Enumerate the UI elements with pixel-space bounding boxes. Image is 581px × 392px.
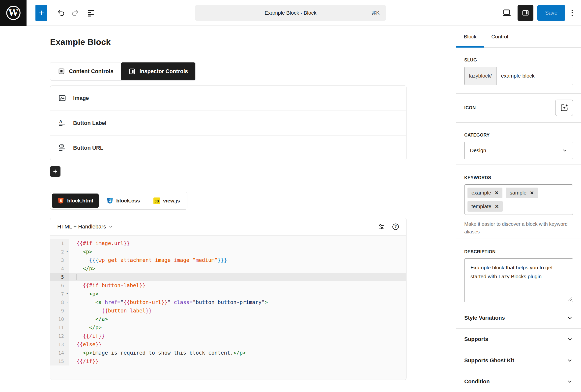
- remove-keyword-icon[interactable]: ✕: [530, 191, 534, 195]
- keywords-help-text: Make it easier to discover a block with …: [464, 220, 568, 236]
- code-editor[interactable]: 1{{#if image.url}}2▾ <p>3 {{{wp_get_atta…: [50, 235, 406, 380]
- settings-sidebar-toggle[interactable]: [518, 5, 534, 21]
- control-row-button-label[interactable]: AButton Label: [50, 110, 406, 135]
- sliders-icon: [378, 223, 385, 230]
- line-number[interactable]: 1: [50, 239, 69, 248]
- code-text[interactable]: {{{wp_get_attachment_image image "medium…: [69, 256, 406, 264]
- line-number[interactable]: 10: [50, 315, 69, 323]
- code-text[interactable]: </p>: [69, 264, 406, 273]
- file-tab-label: block.html: [67, 198, 93, 204]
- line-number[interactable]: 11: [50, 323, 69, 332]
- add-control-button[interactable]: [50, 166, 60, 177]
- line-number[interactable]: 8▾: [50, 298, 69, 307]
- keyword-tag-example: example✕: [468, 188, 502, 198]
- editor-settings-button[interactable]: [378, 223, 385, 230]
- indent-guide: [83, 256, 83, 264]
- line-number[interactable]: 9: [50, 307, 69, 315]
- panel-supports[interactable]: Supports: [456, 328, 581, 350]
- undo-button[interactable]: [56, 9, 67, 17]
- panel-supports-ghost-kit[interactable]: Supports Ghost Kit: [456, 350, 581, 371]
- description-textarea[interactable]: Example block that helps you to get star…: [464, 258, 573, 302]
- image-icon: [58, 94, 67, 103]
- slug-input[interactable]: [496, 67, 573, 85]
- keyword-tag-template: template✕: [468, 201, 503, 212]
- remove-keyword-icon[interactable]: ✕: [494, 191, 498, 195]
- fold-arrow-icon[interactable]: ▾: [66, 290, 68, 298]
- tab-inspector-controls[interactable]: Inspector Controls: [121, 62, 196, 80]
- code-text[interactable]: {{else}}: [69, 340, 406, 349]
- tab-content-controls[interactable]: Content Controls: [50, 62, 121, 80]
- code-line-5: 5: [50, 273, 406, 281]
- line-number[interactable]: 6: [50, 281, 69, 290]
- line-number[interactable]: 7▾: [50, 290, 69, 298]
- code-line-7: 7▾ <p>: [50, 290, 406, 298]
- editor-help-button[interactable]: ?: [392, 223, 399, 230]
- chevron-down-icon: [566, 315, 573, 321]
- kebab-icon: [572, 10, 573, 11]
- line-number[interactable]: 3: [50, 256, 69, 264]
- line-number[interactable]: 12: [50, 332, 69, 340]
- code-text[interactable]: [69, 273, 406, 281]
- code-text[interactable]: <p>: [69, 248, 406, 256]
- text-icon: A: [58, 119, 67, 128]
- code-line-6: 6 {{#if button-label}}: [50, 281, 406, 290]
- block-title[interactable]: Example Block: [50, 37, 406, 47]
- code-text[interactable]: {{/if}}: [69, 332, 406, 340]
- code-text[interactable]: {{button-label}}: [69, 307, 406, 315]
- icon-section: ICON: [456, 93, 581, 122]
- options-menu-button[interactable]: [566, 5, 578, 21]
- description-section: DESCRIPTION Example block that helps you…: [456, 239, 581, 307]
- keywords-input[interactable]: example✕sample✕template✕: [464, 184, 573, 215]
- wordpress-w-icon: W: [6, 5, 21, 20]
- html5-icon: 5: [58, 197, 64, 204]
- line-number[interactable]: 2▾: [50, 248, 69, 256]
- preview-button[interactable]: [500, 8, 513, 17]
- code-text[interactable]: <p>: [69, 290, 406, 298]
- fold-arrow-icon[interactable]: ▾: [66, 298, 68, 307]
- chevron-down-icon: [562, 148, 567, 153]
- category-select[interactable]: Design: [464, 142, 573, 159]
- redo-button[interactable]: [70, 9, 80, 17]
- code-text[interactable]: {{/if}}: [69, 357, 406, 366]
- slug-prefix: lazyblock/: [464, 67, 496, 85]
- panel-style-variations[interactable]: Style Variations: [456, 307, 581, 328]
- code-file-tabs: 5block.html3block.cssJSview.js: [50, 192, 188, 210]
- code-text[interactable]: {{#if image.url}}: [69, 239, 406, 248]
- save-button[interactable]: Save: [538, 5, 565, 21]
- code-text[interactable]: {{#if button-label}}: [69, 281, 406, 290]
- code-text[interactable]: </p>: [69, 323, 406, 332]
- wordpress-logo[interactable]: W: [0, 0, 26, 26]
- sidebar-tab-control[interactable]: Control: [484, 26, 516, 47]
- command-center[interactable]: Example Block · Block ⌘K: [195, 5, 386, 21]
- code-text[interactable]: </a>: [69, 315, 406, 323]
- code-line-12: 12 {{/if}}: [50, 332, 406, 340]
- line-number[interactable]: 14: [50, 349, 69, 357]
- document-overview-button[interactable]: [85, 9, 96, 17]
- control-row-image[interactable]: Image: [50, 86, 406, 110]
- remove-keyword-icon[interactable]: ✕: [495, 204, 499, 209]
- line-number[interactable]: 13: [50, 340, 69, 349]
- sidebar-tab-block[interactable]: Block: [456, 26, 484, 47]
- file-tab-view-js[interactable]: JSview.js: [148, 194, 186, 208]
- control-row-button-url[interactable]: Button URL: [50, 135, 406, 160]
- line-number[interactable]: 15: [50, 357, 69, 366]
- code-text[interactable]: <p>Image is required to show this block …: [69, 349, 406, 357]
- icon-picker-button[interactable]: [555, 100, 573, 116]
- fold-arrow-icon[interactable]: ▾: [66, 248, 68, 256]
- panel-condition[interactable]: Condition: [456, 371, 581, 392]
- panel-label: Supports Ghost Kit: [464, 357, 514, 364]
- url-icon: [58, 143, 67, 152]
- panel-label: Supports: [464, 336, 488, 343]
- content-controls-icon: [58, 68, 65, 75]
- code-line-2: 2▾ <p>: [50, 248, 406, 256]
- file-tab-block-css[interactable]: 3block.css: [101, 194, 146, 208]
- language-select[interactable]: HTML + Handlebars: [57, 224, 112, 230]
- chevron-down-icon: [108, 225, 112, 229]
- line-number[interactable]: 4: [50, 264, 69, 273]
- block-inserter-button[interactable]: [36, 5, 47, 21]
- file-tab-block-html[interactable]: 5block.html: [52, 194, 99, 208]
- code-text[interactable]: <a href="{{button-url}}" class="button b…: [69, 298, 406, 307]
- svg-text:5: 5: [60, 199, 62, 203]
- icon-label: ICON: [464, 105, 476, 110]
- line-number[interactable]: 5: [50, 273, 69, 281]
